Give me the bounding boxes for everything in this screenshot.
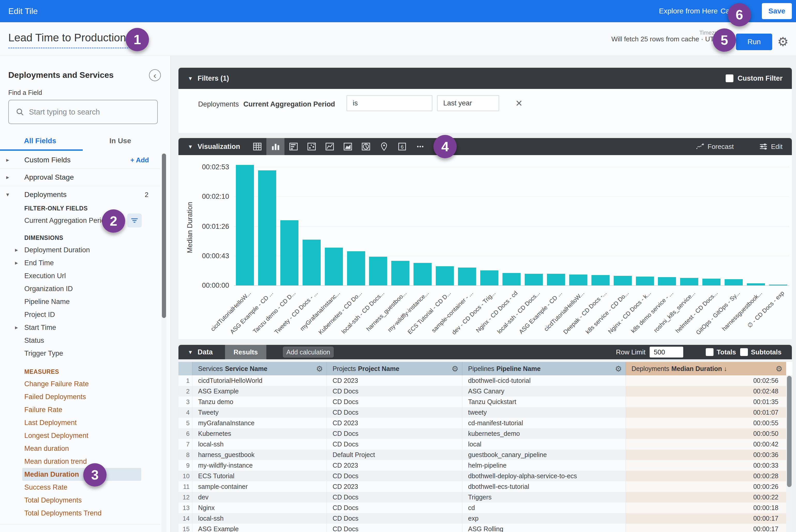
measure-item-mean-duration-trend[interactable]: Mean duration trend (0, 455, 160, 468)
measure-item-failed-deployments[interactable]: Failed Deployments (0, 390, 160, 403)
filters-section-header[interactable]: ▾ Filters (1) Custom Filter (179, 68, 792, 89)
totals-checkbox[interactable] (706, 348, 714, 356)
chevron-down-icon[interactable]: ▾ (189, 348, 192, 356)
bar-series-median-duration[interactable] (569, 274, 587, 285)
save-button[interactable]: Save (762, 3, 792, 19)
tab-in-use[interactable]: In Use (80, 132, 160, 149)
dimension-item-start-time[interactable]: ▸Start Time (0, 321, 160, 334)
map-pin-icon[interactable] (375, 138, 393, 155)
dimension-item-project-id[interactable]: Project ID (0, 308, 160, 321)
bar-chart-icon[interactable] (284, 138, 302, 155)
bar-series-median-duration[interactable] (391, 261, 409, 285)
column-chart-icon[interactable] (266, 138, 284, 155)
chevron-down-icon[interactable]: ▾ (189, 143, 192, 150)
scrollbar-thumb[interactable] (162, 154, 166, 318)
edit-viz-button[interactable]: Edit (759, 142, 782, 151)
explore-from-here-link[interactable]: Explore from Here (659, 0, 718, 22)
filter-by-field-button[interactable] (127, 213, 142, 227)
bar-series-median-duration[interactable] (502, 273, 521, 285)
pie-chart-icon[interactable] (357, 138, 375, 155)
field-current-aggregation-period[interactable]: Current Aggregation Period (0, 214, 160, 227)
tab-all-fields[interactable]: All Fields (0, 132, 80, 149)
table-scrollbar[interactable] (786, 375, 792, 532)
bar-series-median-duration[interactable] (236, 165, 254, 285)
chevron-right-icon[interactable]: ▸ (15, 324, 18, 331)
dimension-item-end-time[interactable]: ▸End Time (0, 256, 160, 269)
chevron-down-icon[interactable]: ▾ (189, 75, 192, 82)
bar-series-median-duration[interactable] (636, 277, 654, 285)
settings-gear-icon[interactable]: ⚙ (777, 34, 789, 50)
tile-title-input[interactable]: Lead Time to Production (8, 32, 137, 48)
bar-series-median-duration[interactable] (658, 277, 676, 285)
tab-results[interactable]: Results (225, 345, 266, 359)
chevron-right-icon[interactable]: ▸ (6, 157, 9, 164)
filter-value-input[interactable]: Last year (437, 95, 499, 111)
custom-filter-toggle[interactable]: Custom Filter (726, 68, 782, 89)
subtotals-checkbox[interactable] (740, 348, 748, 356)
bar-series-median-duration[interactable] (347, 251, 365, 285)
bar-series-median-duration[interactable] (725, 279, 743, 285)
measure-item-median-duration[interactable]: Median Duration (22, 468, 141, 481)
collapse-sidebar-icon[interactable]: ‹ (149, 69, 161, 81)
add-custom-field-button[interactable]: + Add (130, 156, 149, 164)
bar-series-median-duration[interactable] (325, 248, 343, 285)
custom-filter-checkbox[interactable] (726, 74, 734, 82)
dimension-item-trigger-type[interactable]: Trigger Type (0, 347, 160, 360)
dimension-item-organization-id[interactable]: Organization ID (0, 282, 160, 295)
chevron-right-icon[interactable]: ▸ (15, 260, 18, 266)
dimension-item-status[interactable]: Status (0, 334, 160, 347)
column-header-pipeline-name[interactable]: PipelinesPipeline Name⚙ (462, 362, 626, 375)
bar-series-median-duration[interactable] (769, 285, 787, 285)
dimension-item-pipeline-name[interactable]: Pipeline Name (0, 295, 160, 308)
measure-item-total-deployments[interactable]: Total Deployments (0, 494, 160, 507)
more-options-icon[interactable] (411, 138, 429, 155)
bar-series-median-duration[interactable] (591, 275, 610, 285)
row-limit-input[interactable] (650, 347, 683, 358)
bar-series-median-duration[interactable] (458, 268, 476, 285)
bar-series-median-duration[interactable] (747, 283, 765, 285)
single-value-icon[interactable]: 6 (393, 138, 411, 155)
remove-filter-icon[interactable]: × (516, 96, 522, 110)
column-header-median-duration[interactable]: DeploymentsMedian Duration ↓⚙ (626, 362, 786, 375)
search-input[interactable] (29, 108, 148, 116)
bar-series-median-duration[interactable] (413, 263, 432, 285)
area-chart-icon[interactable] (339, 138, 357, 155)
table-icon[interactable] (248, 138, 266, 155)
scrollbar-thumb[interactable] (787, 376, 792, 487)
sidebar-scrollbar[interactable] (161, 154, 167, 532)
bar-series-median-duration[interactable] (547, 274, 565, 285)
measure-item-longest-deployment[interactable]: Longest Deployment (0, 429, 160, 442)
data-section-header[interactable]: ▾ Data Results Add calculation Row Limit… (179, 345, 792, 359)
sidebar-group-deployments[interactable]: ▾ Deployments 2 (0, 188, 160, 201)
run-button[interactable]: Run (736, 34, 772, 50)
filter-operator-select[interactable]: is (347, 95, 432, 111)
bar-series-median-duration[interactable] (369, 257, 387, 285)
forecast-button[interactable]: Forecast (696, 142, 734, 151)
sidebar-group-approval-stage[interactable]: ▸ Approval Stage (0, 171, 160, 184)
bar-series-median-duration[interactable] (258, 170, 276, 285)
column-gear-icon[interactable]: ⚙ (615, 364, 622, 373)
measure-item-success-rate[interactable]: Success Rate (0, 481, 160, 494)
scatter-chart-icon[interactable] (302, 138, 321, 155)
column-header-project-name[interactable]: ProjectsProject Name⚙ (327, 362, 462, 375)
column-header-service-name[interactable]: ServicesService Name⚙ (192, 362, 327, 375)
chevron-down-icon[interactable]: ▾ (6, 191, 9, 198)
chevron-right-icon[interactable]: ▸ (6, 174, 9, 181)
measure-item-change-failure-rate[interactable]: Change Failure Rate (0, 377, 160, 390)
sidebar-group-custom-fields[interactable]: ▸ Custom Fields + Add (0, 154, 160, 167)
measure-item-total-deployments-trend[interactable]: Total Deployments Trend (0, 507, 160, 519)
bar-series-median-duration[interactable] (614, 276, 632, 285)
dimension-item-deployment-duration[interactable]: ▸Deployment Duration (0, 244, 160, 256)
subtotals-toggle[interactable]: Subtotals (740, 345, 781, 359)
add-calculation-button[interactable]: Add calculation (283, 347, 334, 358)
field-search-box[interactable] (8, 100, 158, 124)
bar-series-median-duration[interactable] (525, 274, 543, 285)
column-gear-icon[interactable]: ⚙ (451, 364, 459, 373)
totals-toggle[interactable]: Totals (706, 345, 736, 359)
bar-series-median-duration[interactable] (280, 220, 298, 285)
measure-item-last-deployment[interactable]: Last Deployment (0, 416, 160, 429)
bar-series-median-duration[interactable] (480, 270, 498, 285)
line-chart-icon[interactable] (321, 138, 339, 155)
chevron-right-icon[interactable]: ▸ (15, 247, 18, 253)
bar-series-median-duration[interactable] (302, 240, 321, 285)
